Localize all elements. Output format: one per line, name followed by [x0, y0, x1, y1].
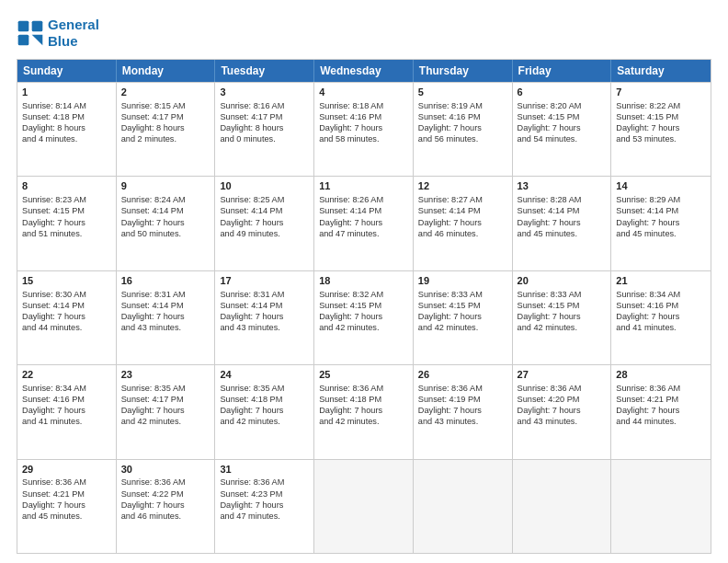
calendar-day-empty	[314, 460, 414, 553]
day-number: 26	[418, 368, 507, 382]
day-info: Sunrise: 8:24 AMSunset: 4:14 PMDaylight:…	[121, 194, 210, 239]
day-number: 10	[220, 179, 309, 193]
day-info: Sunrise: 8:27 AMSunset: 4:14 PMDaylight:…	[418, 194, 507, 239]
day-info: Sunrise: 8:23 AMSunset: 4:15 PMDaylight:…	[22, 194, 111, 239]
day-number: 3	[220, 86, 309, 99]
calendar-day-29: 29Sunrise: 8:36 AMSunset: 4:21 PMDayligh…	[17, 460, 117, 553]
calendar-day-2: 2Sunrise: 8:15 AMSunset: 4:17 PMDaylight…	[117, 83, 216, 176]
day-info: Sunrise: 8:32 AMSunset: 4:15 PMDaylight:…	[319, 289, 408, 334]
day-info: Sunrise: 8:31 AMSunset: 4:14 PMDaylight:…	[121, 289, 210, 334]
svg-rect-2	[18, 35, 29, 46]
day-info: Sunrise: 8:36 AMSunset: 4:21 PMDaylight:…	[616, 383, 706, 428]
calendar-day-26: 26Sunrise: 8:36 AMSunset: 4:19 PMDayligh…	[414, 365, 513, 458]
calendar-day-5: 5Sunrise: 8:19 AMSunset: 4:16 PMDaylight…	[414, 83, 513, 176]
calendar-day-16: 16Sunrise: 8:31 AMSunset: 4:14 PMDayligh…	[117, 271, 216, 364]
day-number: 7	[616, 86, 706, 99]
day-number: 23	[121, 368, 210, 382]
day-info: Sunrise: 8:19 AMSunset: 4:16 PMDaylight:…	[418, 100, 507, 145]
calendar-day-25: 25Sunrise: 8:36 AMSunset: 4:18 PMDayligh…	[314, 365, 414, 458]
svg-rect-1	[32, 21, 43, 32]
calendar-day-empty	[611, 460, 711, 553]
calendar-day-10: 10Sunrise: 8:25 AMSunset: 4:14 PMDayligh…	[215, 177, 314, 270]
day-number: 2	[121, 86, 210, 99]
calendar-day-18: 18Sunrise: 8:32 AMSunset: 4:15 PMDayligh…	[314, 271, 414, 364]
day-number: 8	[22, 179, 111, 193]
calendar-day-22: 22Sunrise: 8:34 AMSunset: 4:16 PMDayligh…	[17, 365, 117, 458]
calendar-day-8: 8Sunrise: 8:23 AMSunset: 4:15 PMDaylight…	[17, 177, 117, 270]
calendar-week-2: 8Sunrise: 8:23 AMSunset: 4:15 PMDaylight…	[17, 176, 711, 270]
day-info: Sunrise: 8:14 AMSunset: 4:18 PMDaylight:…	[22, 100, 111, 145]
calendar-day-1: 1Sunrise: 8:14 AMSunset: 4:18 PMDaylight…	[17, 83, 117, 176]
calendar-day-12: 12Sunrise: 8:27 AMSunset: 4:14 PMDayligh…	[414, 177, 513, 270]
day-info: Sunrise: 8:36 AMSunset: 4:22 PMDaylight:…	[121, 477, 210, 522]
logo: General Blue	[17, 17, 99, 50]
day-info: Sunrise: 8:34 AMSunset: 4:16 PMDaylight:…	[22, 383, 111, 428]
day-info: Sunrise: 8:29 AMSunset: 4:14 PMDaylight:…	[616, 194, 706, 239]
day-header-monday: Monday	[117, 60, 216, 82]
calendar-day-9: 9Sunrise: 8:24 AMSunset: 4:14 PMDaylight…	[117, 177, 216, 270]
day-number: 24	[220, 368, 309, 382]
calendar-week-1: 1Sunrise: 8:14 AMSunset: 4:18 PMDaylight…	[17, 82, 711, 176]
day-number: 30	[121, 463, 210, 477]
day-info: Sunrise: 8:35 AMSunset: 4:17 PMDaylight:…	[121, 383, 210, 428]
day-info: Sunrise: 8:33 AMSunset: 4:15 PMDaylight:…	[418, 289, 507, 334]
day-info: Sunrise: 8:15 AMSunset: 4:17 PMDaylight:…	[121, 100, 210, 145]
day-info: Sunrise: 8:33 AMSunset: 4:15 PMDaylight:…	[518, 289, 607, 334]
calendar-day-23: 23Sunrise: 8:35 AMSunset: 4:17 PMDayligh…	[117, 365, 216, 458]
day-info: Sunrise: 8:35 AMSunset: 4:18 PMDaylight:…	[220, 383, 309, 428]
calendar-week-4: 22Sunrise: 8:34 AMSunset: 4:16 PMDayligh…	[17, 364, 711, 458]
day-info: Sunrise: 8:20 AMSunset: 4:15 PMDaylight:…	[518, 100, 607, 145]
day-number: 12	[418, 179, 507, 193]
day-number: 31	[220, 463, 309, 477]
day-info: Sunrise: 8:36 AMSunset: 4:19 PMDaylight:…	[418, 383, 507, 428]
calendar-day-13: 13Sunrise: 8:28 AMSunset: 4:14 PMDayligh…	[513, 177, 612, 270]
day-header-saturday: Saturday	[611, 60, 711, 82]
header: General Blue	[17, 17, 711, 50]
day-header-wednesday: Wednesday	[314, 60, 414, 82]
calendar-day-28: 28Sunrise: 8:36 AMSunset: 4:21 PMDayligh…	[611, 365, 711, 458]
day-header-friday: Friday	[513, 60, 612, 82]
day-number: 19	[418, 274, 507, 288]
calendar-header-row: SundayMondayTuesdayWednesdayThursdayFrid…	[17, 60, 711, 82]
day-info: Sunrise: 8:18 AMSunset: 4:16 PMDaylight:…	[319, 100, 408, 145]
day-number: 16	[121, 274, 210, 288]
day-info: Sunrise: 8:25 AMSunset: 4:14 PMDaylight:…	[220, 194, 309, 239]
calendar-day-27: 27Sunrise: 8:36 AMSunset: 4:20 PMDayligh…	[513, 365, 612, 458]
day-number: 4	[319, 86, 408, 99]
calendar-day-21: 21Sunrise: 8:34 AMSunset: 4:16 PMDayligh…	[611, 271, 711, 364]
day-header-tuesday: Tuesday	[215, 60, 314, 82]
calendar-day-11: 11Sunrise: 8:26 AMSunset: 4:14 PMDayligh…	[314, 177, 414, 270]
svg-rect-0	[18, 21, 29, 32]
calendar-day-19: 19Sunrise: 8:33 AMSunset: 4:15 PMDayligh…	[414, 271, 513, 364]
calendar-day-31: 31Sunrise: 8:36 AMSunset: 4:23 PMDayligh…	[215, 460, 314, 553]
calendar-day-14: 14Sunrise: 8:29 AMSunset: 4:14 PMDayligh…	[611, 177, 711, 270]
day-number: 20	[518, 274, 607, 288]
day-header-sunday: Sunday	[17, 60, 117, 82]
day-number: 15	[22, 274, 111, 288]
day-number: 9	[121, 179, 210, 193]
day-number: 14	[616, 179, 706, 193]
day-info: Sunrise: 8:30 AMSunset: 4:14 PMDaylight:…	[22, 289, 111, 334]
day-info: Sunrise: 8:36 AMSunset: 4:21 PMDaylight:…	[22, 477, 111, 522]
day-number: 28	[616, 368, 706, 382]
day-number: 5	[418, 86, 507, 99]
day-info: Sunrise: 8:26 AMSunset: 4:14 PMDaylight:…	[319, 194, 408, 239]
day-info: Sunrise: 8:36 AMSunset: 4:18 PMDaylight:…	[319, 383, 408, 428]
calendar-day-7: 7Sunrise: 8:22 AMSunset: 4:15 PMDaylight…	[611, 83, 711, 176]
calendar-day-20: 20Sunrise: 8:33 AMSunset: 4:15 PMDayligh…	[513, 271, 612, 364]
calendar-day-empty	[513, 460, 612, 553]
calendar-day-6: 6Sunrise: 8:20 AMSunset: 4:15 PMDaylight…	[513, 83, 612, 176]
day-header-thursday: Thursday	[414, 60, 513, 82]
day-number: 27	[518, 368, 607, 382]
day-number: 18	[319, 274, 408, 288]
logo-icon	[17, 19, 44, 47]
calendar-day-15: 15Sunrise: 8:30 AMSunset: 4:14 PMDayligh…	[17, 271, 117, 364]
day-number: 17	[220, 274, 309, 288]
calendar-body: 1Sunrise: 8:14 AMSunset: 4:18 PMDaylight…	[17, 82, 711, 553]
day-number: 25	[319, 368, 408, 382]
calendar-day-24: 24Sunrise: 8:35 AMSunset: 4:18 PMDayligh…	[215, 365, 314, 458]
logo-text: General Blue	[48, 17, 99, 50]
day-info: Sunrise: 8:22 AMSunset: 4:15 PMDaylight:…	[616, 100, 706, 145]
day-info: Sunrise: 8:28 AMSunset: 4:14 PMDaylight:…	[518, 194, 607, 239]
calendar: SundayMondayTuesdayWednesdayThursdayFrid…	[17, 59, 711, 554]
